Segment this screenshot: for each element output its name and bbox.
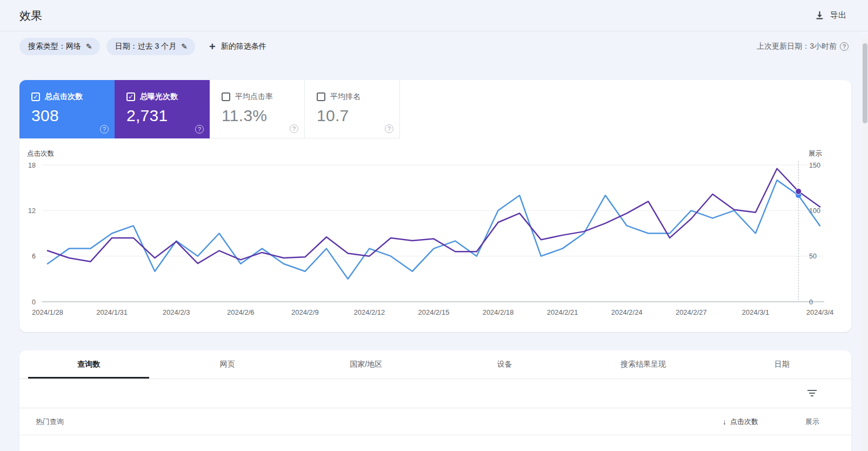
page-title: 效果 [19, 8, 42, 23]
metric-label: 总点击次数 [45, 92, 83, 102]
total-clicks-tile[interactable]: ✓ 总点击次数 308 ? [19, 80, 115, 138]
dimension-tabs: 查询数 网页 国家/地区 设备 搜索结果呈现 日期 [19, 350, 851, 379]
filter-bar: 搜索类型：网络 ✎ 日期：过去 3 个月 ✎ + 新的筛选条件 上次更新日期：3… [19, 38, 849, 55]
svg-text:2024/2/18: 2024/2/18 [483, 308, 514, 316]
avg-position-tile[interactable]: 平均排名 10.7 ? [305, 80, 400, 138]
total-impressions-tile[interactable]: ✓ 总曝光次数 2,731 ? [115, 80, 210, 138]
metric-label: 总曝光次数 [140, 92, 178, 102]
svg-text:0: 0 [32, 299, 36, 306]
new-filter-button[interactable]: + 新的筛选条件 [209, 41, 266, 53]
svg-text:12: 12 [28, 207, 36, 215]
tab-label: 查询数 [77, 360, 100, 369]
search-type-chip[interactable]: 搜索类型：网络 ✎ [19, 38, 100, 55]
export-label: 导出 [830, 10, 846, 21]
checkbox-checked-icon[interactable]: ✓ [126, 92, 135, 101]
svg-text:50: 50 [809, 253, 817, 260]
impressions-column-header[interactable]: 展示 [805, 417, 819, 427]
tab-label: 搜索结果呈现 [620, 360, 666, 369]
tab-countries[interactable]: 国家/地区 [297, 350, 436, 379]
plus-icon: + [209, 41, 216, 53]
active-tab-underline [28, 377, 149, 379]
help-icon[interactable]: ? [195, 125, 204, 134]
svg-text:2024/2/6: 2024/2/6 [227, 308, 255, 316]
metric-label: 平均点击率 [235, 92, 273, 102]
metric-value: 308 [31, 107, 115, 125]
svg-text:点击次数: 点击次数 [27, 150, 55, 157]
checkbox-checked-icon[interactable]: ✓ [31, 92, 40, 101]
svg-text:展示: 展示 [809, 150, 823, 157]
help-icon[interactable]: ? [290, 124, 298, 133]
metric-tiles: ✓ 总点击次数 308 ? ✓ 总曝光次数 2,731 ? 平均点击率 11.3… [19, 80, 851, 138]
svg-text:2024/2/9: 2024/2/9 [291, 308, 319, 316]
tab-search-appearance[interactable]: 搜索结果呈现 [574, 350, 713, 379]
dimensions-card: 查询数 网页 国家/地区 设备 搜索结果呈现 日期 热门查询 ↓ 点击次数 展示 [19, 350, 851, 451]
tab-label: 日期 [774, 360, 790, 369]
table-header-row: 热门查询 ↓ 点击次数 展示 [19, 408, 851, 435]
svg-text:2024/2/24: 2024/2/24 [611, 308, 643, 316]
svg-text:6: 6 [32, 253, 36, 260]
page-scrollbar[interactable] [862, 38, 868, 451]
scrollbar-thumb[interactable] [863, 43, 867, 123]
date-range-chip-label: 日期：过去 3 个月 [115, 42, 177, 51]
svg-text:2024/1/28: 2024/1/28 [32, 308, 63, 316]
last-updated: 上次更新日期：3小时前 ? [757, 42, 849, 51]
help-icon[interactable]: ? [840, 42, 849, 51]
last-updated-text: 上次更新日期：3小时前 [757, 42, 837, 51]
svg-text:2024/3/4: 2024/3/4 [806, 308, 834, 316]
svg-text:2024/2/21: 2024/2/21 [547, 308, 578, 316]
metric-label: 平均排名 [330, 92, 360, 102]
new-filter-label: 新的筛选条件 [221, 42, 266, 51]
download-icon [815, 11, 824, 20]
edit-pencil-icon: ✎ [181, 42, 188, 51]
help-icon[interactable]: ? [100, 125, 109, 134]
tab-dates[interactable]: 日期 [713, 350, 852, 379]
svg-text:18: 18 [28, 162, 36, 169]
sort-down-icon: ↓ [723, 417, 726, 426]
metric-value: 2,731 [126, 107, 210, 125]
date-range-chip[interactable]: 日期：过去 3 个月 ✎ [106, 38, 195, 55]
top-bar: 效果 导出 [0, 0, 868, 31]
top-queries-header: 热门查询 [36, 417, 64, 427]
clicks-column-header[interactable]: ↓ 点击次数 [723, 417, 758, 427]
tab-label: 网页 [220, 360, 235, 369]
tab-pages[interactable]: 网页 [158, 350, 297, 379]
search-type-chip-label: 搜索类型：网络 [28, 42, 81, 51]
tab-label: 国家/地区 [350, 360, 382, 369]
tab-queries[interactable]: 查询数 [19, 350, 158, 379]
export-button[interactable]: 导出 [815, 10, 846, 21]
svg-text:150: 150 [809, 162, 820, 169]
help-icon[interactable]: ? [385, 124, 393, 133]
filter-list-icon[interactable] [807, 390, 817, 397]
svg-text:0: 0 [809, 299, 813, 306]
checkbox-unchecked-icon[interactable] [222, 92, 230, 101]
avg-ctr-tile[interactable]: 平均点击率 11.3% ? [210, 80, 305, 138]
checkbox-unchecked-icon[interactable] [317, 92, 325, 101]
performance-chart[interactable]: 181501210065000点击次数展示2024/1/282024/1/312… [19, 147, 851, 329]
metric-value: 11.3% [222, 107, 304, 125]
tab-devices[interactable]: 设备 [436, 350, 575, 379]
tab-label: 设备 [497, 360, 512, 369]
edit-pencil-icon: ✎ [86, 42, 92, 51]
performance-card: ✓ 总点击次数 308 ? ✓ 总曝光次数 2,731 ? 平均点击率 11.3… [19, 80, 851, 332]
svg-text:2024/1/31: 2024/1/31 [96, 308, 128, 316]
table-filter-row [19, 379, 851, 408]
svg-text:2024/3/1: 2024/3/1 [742, 308, 770, 316]
svg-text:2024/2/15: 2024/2/15 [418, 308, 450, 316]
svg-text:2024/2/3: 2024/2/3 [163, 308, 190, 316]
metric-value: 10.7 [317, 107, 399, 125]
svg-text:2024/2/27: 2024/2/27 [676, 308, 707, 316]
clicks-header-label: 点击次数 [730, 417, 758, 427]
svg-text:2024/2/12: 2024/2/12 [353, 308, 385, 316]
